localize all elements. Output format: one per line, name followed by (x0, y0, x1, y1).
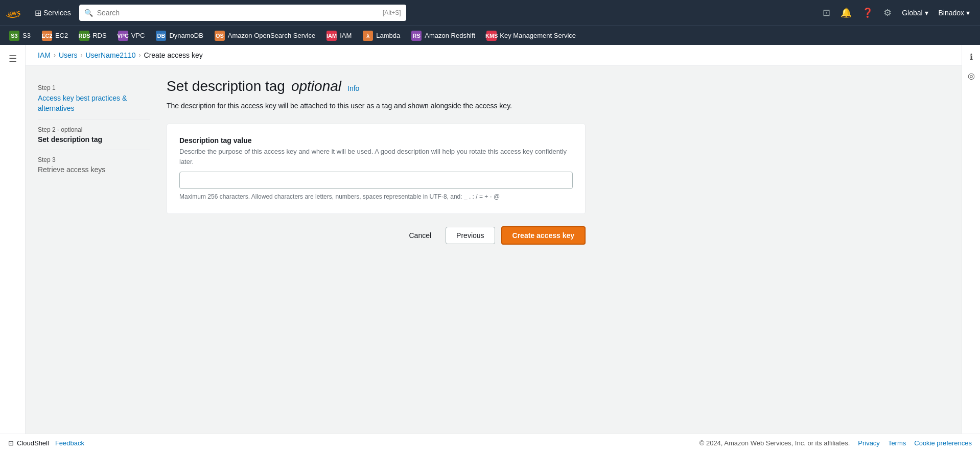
footer-right: © 2024, Amazon Web Services, Inc. or its… (699, 439, 972, 447)
nav-right: ⊡ 🔔 ❓ ⚙ Global ▾ Binadox ▾ (819, 4, 974, 21)
cancel-button[interactable]: Cancel (401, 227, 440, 244)
description-tag-input[interactable] (179, 172, 573, 189)
step-1-label: Step 1 (38, 84, 150, 91)
breadcrumb-sep-2: › (80, 52, 82, 59)
opensearch-icon: OS (215, 31, 225, 41)
bookmark-rds[interactable]: RDS RDS (74, 29, 111, 43)
breadcrumb-iam[interactable]: IAM (38, 51, 51, 59)
iam-icon: IAM (326, 31, 337, 41)
bookmark-lambda[interactable]: λ Lambda (358, 29, 405, 43)
help-circle-button[interactable]: ❓ (858, 4, 877, 21)
terms-link[interactable]: Terms (888, 439, 906, 447)
bookmark-dynamodb[interactable]: DB DynamoDB (151, 29, 208, 43)
rds-icon: RDS (79, 31, 89, 41)
info-circle-button[interactable]: ℹ (968, 50, 975, 64)
hamburger-menu-button[interactable]: ☰ (6, 50, 20, 67)
footer-left: ⊡ CloudShell Feedback (8, 439, 84, 447)
bookmark-s3[interactable]: S3 S3 (4, 29, 36, 43)
field-description: Describe the purpose of this access key … (179, 147, 573, 166)
search-container: 🔍 [Alt+S] (79, 5, 406, 21)
cloudshell-icon: ⊡ (8, 439, 14, 447)
content-area: IAM › Users › UserName2110 › Create acce… (26, 45, 962, 434)
step-2-label: Step 2 - optional (38, 126, 150, 133)
page-description: The description for this access key will… (167, 101, 586, 111)
previous-button[interactable]: Previous (446, 227, 495, 244)
breadcrumb: IAM › Users › UserName2110 › Create acce… (26, 45, 962, 66)
form-card: Description tag value Describe the purpo… (167, 124, 586, 214)
bookmarks-bar: S3 S3 EC2 EC2 RDS RDS VPC VPC DB DynamoD… (0, 26, 980, 45)
search-input[interactable] (97, 9, 379, 17)
step-3-label: Step 3 (38, 156, 150, 163)
right-sidebar: ℹ ◎ (962, 45, 980, 434)
page-content: Step 1 Access key best practices & alter… (26, 66, 962, 257)
s3-icon: S3 (9, 31, 19, 41)
dynamodb-icon: DB (156, 31, 166, 41)
feedback-link[interactable]: Feedback (55, 439, 84, 447)
cloudshell-button[interactable]: ⊡ CloudShell (8, 439, 49, 447)
bookmark-ec2[interactable]: EC2 EC2 (37, 29, 73, 43)
breadcrumb-username[interactable]: UserName2110 (85, 51, 135, 59)
region-selector[interactable]: Global ▾ (898, 6, 932, 20)
redshift-icon: RS (411, 31, 422, 41)
services-button[interactable]: ⊞ Services (31, 6, 75, 20)
top-nav: ⊞ Services 🔍 [Alt+S] ⊡ 🔔 ❓ ⚙ Global ▾ Bi… (0, 0, 980, 26)
main-layout: ☰ IAM › Users › UserName2110 › Create ac… (0, 45, 980, 434)
breadcrumb-current: Create access key (144, 51, 203, 59)
bookmark-opensearch[interactable]: OS Amazon OpenSearch Service (209, 29, 320, 43)
notification-bell-button[interactable]: 🔔 (836, 4, 856, 21)
aws-logo[interactable] (6, 4, 25, 22)
copyright-text: © 2024, Amazon Web Services, Inc. or its… (699, 439, 850, 447)
search-icon: 🔍 (84, 9, 93, 17)
steps-panel: Step 1 Access key best practices & alter… (38, 78, 150, 245)
heading-optional: optional (291, 78, 341, 94)
feedback-icon-button[interactable]: ◎ (966, 69, 977, 83)
action-buttons: Cancel Previous Create access key (167, 226, 586, 245)
cookie-preferences-link[interactable]: Cookie preferences (914, 439, 972, 447)
bookmark-kms[interactable]: KMS Key Management Service (481, 29, 581, 43)
breadcrumb-users[interactable]: Users (59, 51, 78, 59)
step-1-link[interactable]: Access key best practices & alternatives (38, 94, 127, 112)
step-2-title: Set description tag (38, 135, 150, 144)
field-label: Description tag value (179, 136, 573, 145)
step-3-title: Retrieve access keys (38, 165, 150, 174)
field-hint: Maximum 256 characters. Allowed characte… (179, 192, 573, 201)
step-1-item: Step 1 Access key best practices & alter… (38, 78, 150, 120)
settings-gear-button[interactable]: ⚙ (879, 4, 896, 21)
privacy-link[interactable]: Privacy (858, 439, 880, 447)
breadcrumb-sep-1: › (54, 52, 56, 59)
ec2-icon: EC2 (42, 31, 52, 41)
lambda-icon: λ (363, 31, 373, 41)
footer: ⊡ CloudShell Feedback © 2024, Amazon Web… (0, 434, 980, 452)
kms-icon: KMS (486, 31, 497, 41)
bookmark-iam[interactable]: IAM IAM (321, 29, 357, 43)
page-heading: Set description tag optional Info (167, 78, 586, 94)
breadcrumb-sep-3: › (139, 52, 141, 59)
terminal-icon-button[interactable]: ⊡ (819, 4, 834, 21)
create-access-key-button[interactable]: Create access key (501, 226, 586, 245)
bookmark-vpc[interactable]: VPC VPC (113, 29, 150, 43)
vpc-icon: VPC (118, 31, 128, 41)
form-panel: Set description tag optional Info The de… (167, 78, 586, 245)
step-3-item: Step 3 Retrieve access keys (38, 150, 150, 180)
left-sidebar: ☰ (0, 45, 26, 434)
account-menu[interactable]: Binadox ▾ (935, 6, 974, 20)
step-2-item: Step 2 - optional Set description tag (38, 120, 150, 150)
bookmark-redshift[interactable]: RS Amazon Redshift (406, 29, 480, 43)
search-shortcut: [Alt+S] (383, 9, 401, 16)
info-link[interactable]: Info (347, 84, 359, 92)
